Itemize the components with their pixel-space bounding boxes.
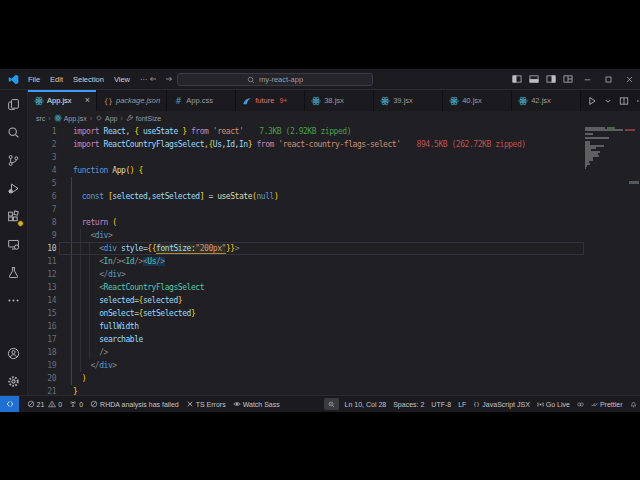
tab-App-jsx[interactable]: App.jsx× bbox=[28, 90, 97, 111]
activity-files-icon[interactable] bbox=[0, 90, 27, 118]
faces-icon bbox=[577, 401, 584, 408]
code-text: const [selected,setSelected] = useState(… bbox=[56, 190, 278, 203]
status-label: 0 bbox=[79, 401, 83, 408]
code-line-2[interactable]: 2import ReactCountryFlagsSelect,{Us,Id,I… bbox=[28, 138, 640, 151]
code-text: return ( bbox=[56, 216, 117, 229]
menu-file[interactable]: File bbox=[23, 75, 45, 84]
status-item[interactable]: LF bbox=[455, 396, 470, 412]
customize-layout[interactable] bbox=[563, 74, 573, 84]
code-line-21[interactable]: 21} bbox=[28, 385, 640, 395]
tab-package-json[interactable]: {}package.json bbox=[97, 90, 167, 111]
minimap-line bbox=[585, 137, 609, 139]
activity-extensions-icon[interactable] bbox=[0, 202, 27, 230]
run-dropdown[interactable] bbox=[604, 97, 612, 105]
maximize-button[interactable] bbox=[598, 69, 619, 90]
close-icon bbox=[625, 75, 634, 84]
minimap-line bbox=[585, 133, 593, 135]
code-line-4[interactable]: 4function App() { bbox=[28, 164, 640, 177]
status-item[interactable]: UTF-8 bbox=[428, 396, 455, 412]
status-item[interactable]: {}JavaScript JSX bbox=[470, 396, 533, 412]
minimap[interactable] bbox=[585, 127, 629, 393]
tab-label: App.css bbox=[186, 96, 213, 105]
code-line-12[interactable]: 12 </div> bbox=[28, 268, 640, 281]
back-icon[interactable] bbox=[149, 75, 157, 83]
menu-view[interactable]: View bbox=[109, 75, 135, 84]
breadcrumb-item-fontsize[interactable]: fontSize bbox=[126, 114, 161, 122]
status-item[interactable] bbox=[324, 398, 339, 410]
code-line-20[interactable]: 20 ) bbox=[28, 372, 640, 385]
code-line-19[interactable]: 19 </div> bbox=[28, 359, 640, 372]
status-item[interactable]: Watch Sass bbox=[229, 396, 283, 412]
code-line-6[interactable]: 6 const [selected,setSelected] = useStat… bbox=[28, 190, 640, 203]
tab-label: 42.jsx bbox=[531, 96, 551, 105]
screen-background: FileEditSelectionView··· my-react-app Ap… bbox=[0, 0, 640, 480]
tab-40-jsx[interactable]: 40.jsx bbox=[443, 90, 512, 111]
status-item[interactable]: Prettier bbox=[587, 396, 626, 412]
tab-App-css[interactable]: #App.css bbox=[167, 90, 236, 111]
tab-38-jsx[interactable]: 38.jsx bbox=[305, 90, 374, 111]
minimize-button[interactable] bbox=[577, 69, 598, 90]
toggle-panel-bottom[interactable] bbox=[529, 74, 539, 84]
status-item[interactable]: TS Errors bbox=[182, 396, 229, 412]
breadcrumb-item-appjsx[interactable]: App.jsx bbox=[54, 114, 87, 122]
toggle-panel-left[interactable] bbox=[512, 74, 522, 84]
code-line-18[interactable]: 18 /> bbox=[28, 346, 640, 359]
problems-status[interactable]: 210 bbox=[23, 396, 66, 412]
status-item[interactable]: RHDA analysis has failed bbox=[87, 396, 183, 412]
code-line-15[interactable]: 15 onSelect={setSelected} bbox=[28, 307, 640, 320]
code-line-10[interactable]: 10 <div style={{fontSize:"200px"}}> bbox=[28, 242, 640, 255]
activity-remote-explorer-icon[interactable] bbox=[0, 230, 27, 258]
code-line-17[interactable]: 17 searchable bbox=[28, 333, 640, 346]
tab-39-jsx[interactable]: 39.jsx bbox=[374, 90, 443, 111]
toggle-panel-right[interactable] bbox=[546, 74, 556, 84]
code-line-13[interactable]: 13 <ReactCountryFlagsSelect bbox=[28, 281, 640, 294]
close-tab-icon[interactable]: × bbox=[85, 96, 90, 105]
activity-testing-icon[interactable] bbox=[0, 258, 27, 286]
line-number: 12 bbox=[28, 268, 56, 281]
status-item[interactable]: Go Live bbox=[533, 396, 573, 412]
remote-indicator[interactable] bbox=[0, 396, 19, 412]
activity-settings-gear-icon[interactable] bbox=[0, 367, 27, 395]
react-icon bbox=[54, 114, 62, 122]
more-actions[interactable] bbox=[636, 96, 640, 106]
forward-icon[interactable] bbox=[165, 75, 173, 83]
breadcrumb-item-app[interactable]: App bbox=[95, 114, 117, 122]
menu-selection[interactable]: Selection bbox=[68, 75, 109, 84]
command-center-search[interactable]: my-react-app bbox=[177, 73, 373, 86]
indent-guide bbox=[89, 242, 90, 359]
breadcrumb-item-src[interactable]: src bbox=[36, 115, 45, 122]
code-line-14[interactable]: 14 selected={selected} bbox=[28, 294, 640, 307]
status-label: TS Errors bbox=[196, 401, 226, 408]
activity-search-icon[interactable] bbox=[0, 118, 27, 146]
status-item[interactable]: Ln 10, Col 28 bbox=[341, 396, 390, 412]
activity-more-icon[interactable] bbox=[0, 286, 27, 314]
close-button[interactable] bbox=[619, 69, 640, 90]
activity-run-debug-icon[interactable] bbox=[0, 174, 27, 202]
code-line-11[interactable]: 11 <In/><Id/><Us/> bbox=[28, 255, 640, 268]
activity-source-control-icon[interactable] bbox=[0, 146, 27, 174]
activity-account-icon[interactable] bbox=[0, 339, 27, 367]
code-line-1[interactable]: 1import React, { useState } from 'react'… bbox=[28, 125, 640, 138]
code-line-9[interactable]: 9 <div> bbox=[28, 229, 640, 242]
search-text: my-react-app bbox=[259, 75, 303, 84]
tab-future[interactable]: future9+ bbox=[236, 90, 305, 111]
split-editor[interactable] bbox=[619, 96, 629, 106]
code-line-3[interactable]: 3 bbox=[28, 151, 640, 164]
code-text: <ReactCountryFlagsSelect bbox=[56, 281, 204, 294]
status-item[interactable]: Spaces: 2 bbox=[390, 396, 428, 412]
code-line-5[interactable]: 5 bbox=[28, 177, 640, 190]
menu-edit[interactable]: Edit bbox=[45, 75, 68, 84]
code-line-8[interactable]: 8 return ( bbox=[28, 216, 640, 229]
status-item[interactable] bbox=[626, 396, 640, 412]
code-line-7[interactable]: 7 bbox=[28, 203, 640, 216]
double-check-icon bbox=[591, 401, 598, 408]
remote-icon bbox=[6, 400, 14, 408]
code-line-16[interactable]: 16 fullWidth bbox=[28, 320, 640, 333]
code-editor[interactable]: 1import React, { useState } from 'react'… bbox=[28, 125, 640, 395]
search-icon bbox=[7, 126, 20, 139]
run-file[interactable] bbox=[587, 96, 597, 106]
status-item[interactable] bbox=[573, 396, 587, 412]
testing-icon bbox=[7, 266, 20, 279]
tab-42-jsx[interactable]: 42.jsx bbox=[512, 90, 581, 111]
status-item[interactable]: 0 bbox=[66, 396, 87, 412]
